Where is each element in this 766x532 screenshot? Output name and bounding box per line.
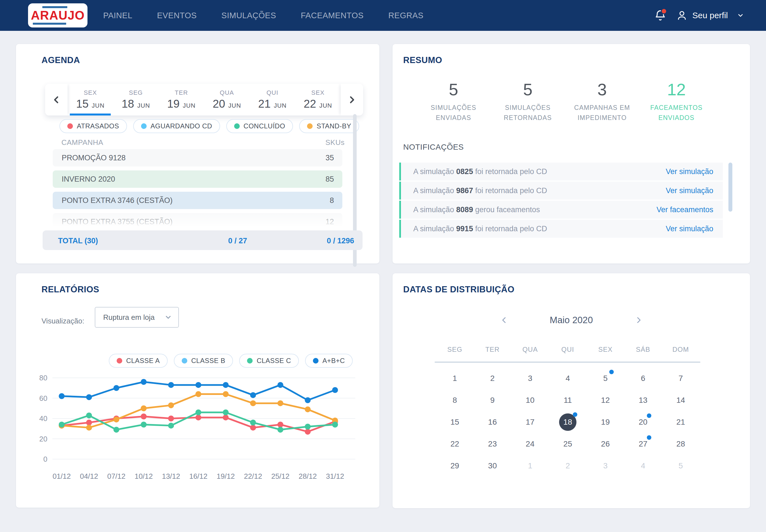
calendar-day-21[interactable]: 21 [662,411,700,433]
calendar-day-11[interactable]: 11 [549,389,587,411]
notifications-bell-icon[interactable] [654,9,666,22]
calendar-day-1-next-month[interactable]: 1 [511,455,549,477]
calendar-day-25[interactable]: 25 [549,433,587,455]
calendar-day-12[interactable]: 12 [587,389,624,411]
date-carousel: SEX15 JUNSEG18 JUNTER19 JUNQUA20 JUNQUI2… [45,84,363,115]
carousel-prev-button[interactable] [45,84,68,115]
nav-item-simulaes[interactable]: SIMULAÇÕES [222,11,276,20]
carousel-next-button[interactable] [341,84,363,115]
calendar-day-4[interactable]: 4 [549,367,587,389]
calendar-day-23[interactable]: 23 [474,433,511,455]
visualization-label: Visualização: [41,317,84,325]
calendar-day-15[interactable]: 15 [436,411,474,433]
calendar-day-3-next-month[interactable]: 3 [587,455,624,477]
day-number: 7 [679,374,683,383]
calendar-day-18[interactable]: 18 [549,411,587,433]
nav-item-regras[interactable]: REGRAS [388,11,423,20]
calendar-day-2-next-month[interactable]: 2 [549,455,587,477]
data-point [86,413,92,418]
logo-bar-top [42,6,67,8]
table-row[interactable]: INVERNO 202085 [53,170,342,188]
class-chip-classe-a[interactable]: CLASSE A [109,354,168,368]
calendar-day-1[interactable]: 1 [436,367,474,389]
calendar-day-5-next-month[interactable]: 5 [662,455,700,477]
day-number: 15 [451,418,459,427]
nav-item-faceamentos[interactable]: FACEAMENTOS [301,11,364,20]
calendar-day-13[interactable]: 13 [624,389,662,411]
calendar-day-10[interactable]: 10 [511,389,549,411]
calendar-day-27[interactable]: 27 [624,433,662,455]
day-number: 29 [451,461,459,470]
date-tab-20-jun[interactable]: QUA20 JUN [204,84,250,115]
calendar-day-5[interactable]: 5 [587,367,624,389]
status-chip-aguardando-cd[interactable]: AGUARDANDO CD [133,119,220,133]
chevron-left-icon [52,95,61,105]
nav-item-painel[interactable]: PAINEL [103,11,132,20]
date-tab-18-jun[interactable]: SEG18 JUN [113,84,158,115]
day-number: 13 [639,396,647,405]
calendar-day-4-next-month[interactable]: 4 [624,455,662,477]
notification-link[interactable]: Ver simulação [666,186,713,195]
class-chip-a-b-c[interactable]: A+B+C [305,354,353,368]
date-tab-15-jun[interactable]: SEX15 JUN [68,84,113,115]
calendar-day-20[interactable]: 20 [624,411,662,433]
notifications-scrollbar[interactable] [728,163,732,212]
day-number: 21 [676,418,685,427]
calendar-day-26[interactable]: 26 [587,433,624,455]
table-row[interactable]: PONTO EXTRA 3755 (CESTÃO)12 [53,213,342,230]
calendar-day-29[interactable]: 29 [436,455,474,477]
calendar-day-19[interactable]: 19 [587,411,624,433]
table-row[interactable]: PONTO EXTRA 3746 (CESTÃO)8 [53,192,342,209]
day-number: 17 [526,418,534,427]
calendar-day-28[interactable]: 28 [662,433,700,455]
calendar-day-8[interactable]: 8 [436,389,474,411]
calendar-week: 1234567 [436,367,700,389]
x-tick-label: 25/12 [271,472,289,480]
data-point [168,402,174,408]
table-row[interactable]: PROMOÇÃO 912835 [53,149,342,166]
day-number: 30 [488,461,497,470]
calendar-day-7[interactable]: 7 [662,367,700,389]
calendar-divider [435,362,700,363]
calendar-day-headers: SEGTERQUAQUISEXSÁBDOM [436,343,700,356]
calendar-day-30[interactable]: 30 [474,455,511,477]
notification-number: 9915 [456,225,473,233]
status-chip-stand-by[interactable]: STAND-BY [299,119,359,133]
tab-day-of-week: SEG [129,89,143,96]
notification-item: A simulação 9867 foi retornada pelo CDVe… [399,182,723,200]
day-header-label: TER [474,343,511,356]
campaign-name: PONTO EXTRA 3755 (CESTÃO) [62,218,173,226]
status-chip-conclu-do[interactable]: CONCLUÍDO [226,119,293,133]
calendar-next-button[interactable] [635,316,643,324]
araujo-logo[interactable]: ARAUJO [28,3,87,27]
date-tab-19-jun[interactable]: TER19 JUN [159,84,204,115]
stat-label: SIMULAÇÕESRETORNADAS [491,103,565,123]
calendar-day-22[interactable]: 22 [436,433,474,455]
ruptura-line-chart: 02040608001/1204/1207/1210/1213/1216/121… [33,373,363,491]
event-dot [573,412,577,417]
calendar-day-2[interactable]: 2 [474,367,511,389]
data-point [223,410,229,415]
date-tab-22-jun[interactable]: SEX22 JUN [295,84,341,115]
calendar-day-16[interactable]: 16 [474,411,511,433]
class-chip-classe-c[interactable]: CLASSE C [239,354,299,368]
calendar-prev-button[interactable] [500,316,508,324]
class-chip-classe-b[interactable]: CLASSE B [174,354,233,368]
calendar-day-6[interactable]: 6 [624,367,662,389]
notification-link[interactable]: Ver simulação [666,225,713,233]
data-point [114,427,119,432]
visualization-select[interactable]: Ruptura em loja [95,307,179,328]
calendar-day-14[interactable]: 14 [662,389,700,411]
summary-stats: 5SIMULAÇÕESENVIADAS5SIMULAÇÕESRETORNADAS… [416,80,714,123]
nav-item-eventos[interactable]: EVENTOS [157,11,197,20]
notification-link[interactable]: Ver faceamentos [656,205,713,214]
date-tab-21-jun[interactable]: QUI21 JUN [250,84,295,115]
profile-menu[interactable]: Seu perfil [676,10,744,21]
calendar-day-3[interactable]: 3 [511,367,549,389]
calendar-day-17[interactable]: 17 [511,411,549,433]
y-tick-label: 40 [39,414,47,423]
status-chip-atrasados[interactable]: ATRASADOS [59,119,127,133]
calendar-day-9[interactable]: 9 [474,389,511,411]
calendar-day-24[interactable]: 24 [511,433,549,455]
notification-link[interactable]: Ver simulação [666,167,713,176]
